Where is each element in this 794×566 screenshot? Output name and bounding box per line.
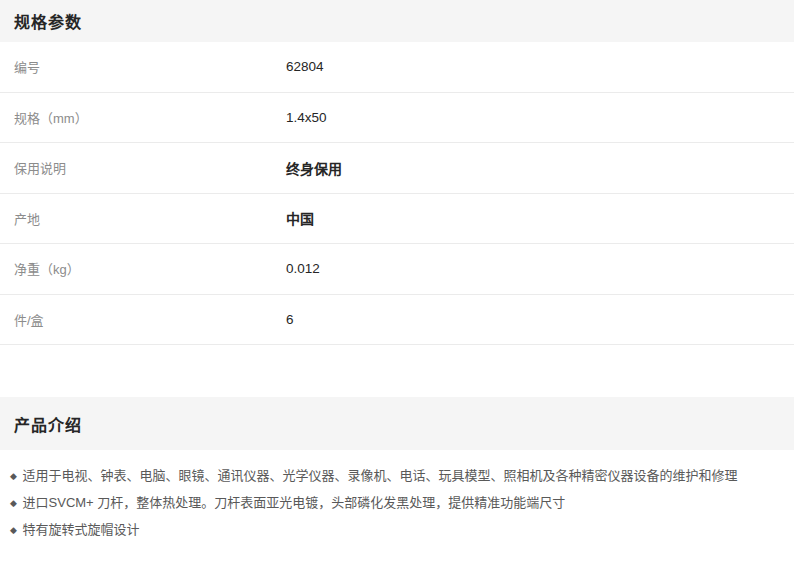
spec-label: 件/盒 bbox=[0, 310, 286, 329]
spec-value: 终身保用 bbox=[286, 158, 342, 178]
spec-row: 件/盒 6 bbox=[0, 295, 794, 346]
spec-row: 编号 62804 bbox=[0, 42, 794, 93]
bullet-text: 进口SVCM+ 刀杆，整体热处理。刀杆表面亚光电镀，头部磷化发黑处理，提供精准功… bbox=[23, 495, 566, 510]
intro-bullet: ◆ 适用于电视、钟表、电脑、眼镜、通讯仪器、光学仪器、录像机、电话、玩具模型、照… bbox=[10, 463, 780, 490]
bullet-text: 适用于电视、钟表、电脑、眼镜、通讯仪器、光学仪器、录像机、电话、玩具模型、照相机… bbox=[23, 468, 738, 483]
diamond-bullet-icon: ◆ bbox=[10, 525, 17, 535]
specs-section-header: 规格参数 bbox=[0, 0, 794, 42]
product-detail-page: 规格参数 编号 62804 规格（mm） 1.4x50 保用说明 终身保用 产地… bbox=[0, 0, 794, 566]
specs-section: 规格参数 编号 62804 规格（mm） 1.4x50 保用说明 终身保用 产地… bbox=[0, 0, 794, 345]
spec-value: 6 bbox=[286, 312, 294, 327]
spec-row: 规格（mm） 1.4x50 bbox=[0, 93, 794, 144]
spec-value: 0.012 bbox=[286, 261, 320, 276]
intro-section-header: 产品介绍 bbox=[0, 397, 794, 450]
diamond-bullet-icon: ◆ bbox=[10, 498, 17, 508]
specs-section-title: 规格参数 bbox=[14, 9, 82, 33]
spec-row: 产地 中国 bbox=[0, 194, 794, 245]
diamond-bullet-icon: ◆ bbox=[10, 471, 17, 481]
spec-value: 中国 bbox=[286, 208, 314, 228]
intro-bullet-list: ◆ 适用于电视、钟表、电脑、眼镜、通讯仪器、光学仪器、录像机、电话、玩具模型、照… bbox=[0, 450, 794, 555]
bullet-text: 特有旋转式旋帽设计 bbox=[23, 522, 140, 537]
spec-label: 保用说明 bbox=[0, 158, 286, 177]
intro-bullet: ◆ 特有旋转式旋帽设计 bbox=[10, 517, 780, 544]
intro-section-title: 产品介绍 bbox=[14, 412, 82, 436]
spec-value: 1.4x50 bbox=[286, 110, 327, 125]
spec-row: 净重（kg） 0.012 bbox=[0, 244, 794, 295]
spec-label: 编号 bbox=[0, 57, 286, 76]
spec-row: 保用说明 终身保用 bbox=[0, 143, 794, 194]
intro-bullet: ◆ 进口SVCM+ 刀杆，整体热处理。刀杆表面亚光电镀，头部磷化发黑处理，提供精… bbox=[10, 490, 780, 517]
spec-value: 62804 bbox=[286, 59, 324, 74]
section-gap bbox=[0, 345, 794, 397]
spec-label: 净重（kg） bbox=[0, 259, 286, 278]
spec-label: 规格（mm） bbox=[0, 108, 286, 127]
spec-label: 产地 bbox=[0, 209, 286, 228]
specs-table: 编号 62804 规格（mm） 1.4x50 保用说明 终身保用 产地 中国 净… bbox=[0, 42, 794, 345]
intro-section: 产品介绍 ◆ 适用于电视、钟表、电脑、眼镜、通讯仪器、光学仪器、录像机、电话、玩… bbox=[0, 397, 794, 566]
